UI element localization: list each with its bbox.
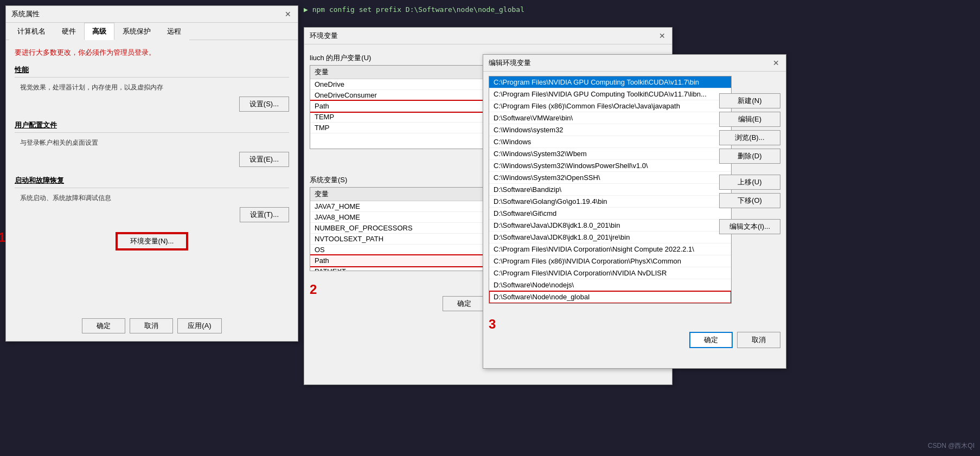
editenv-down-button[interactable]: 下移(O) xyxy=(719,193,780,208)
editenv-path-item[interactable]: C:\Program Files\NVIDIA Corporation\Nsig… xyxy=(489,243,731,255)
startup-desc: 系统启动、系统故障和调试信息 xyxy=(20,194,289,203)
editenv-path-item[interactable]: C:\Program Files\NVIDIA Corporation\NVID… xyxy=(489,267,731,279)
system-properties-window: 系统属性 ✕ 计算机名 硬件 高级 系统保护 远程 要进行大多数更改，你必须作为… xyxy=(5,5,298,342)
startup-section-label[interactable]: 启动和故障恢复 xyxy=(15,176,289,185)
tab-hardware[interactable]: 硬件 xyxy=(54,23,84,40)
editenv-path-item[interactable]: C:\Program Files\NVIDIA GPU Computing To… xyxy=(489,76,731,88)
editenv-path-item[interactable]: D:\Software\Git\cmd xyxy=(489,208,731,220)
editenv-edit-button[interactable]: 编辑(E) xyxy=(719,112,780,127)
editenv-path-item[interactable]: C:\Windows\System32\OpenSSH\ xyxy=(489,172,731,184)
env-vars-button[interactable]: 环境变量(N)... xyxy=(117,233,187,249)
editenv-path-item[interactable]: D:\Software\Java\JDK8\jdk1.8.0_201\jre\b… xyxy=(489,232,731,243)
sysprops-bottom-buttons: 确定 取消 应用(A) xyxy=(6,318,298,333)
user-var-name: OneDriveConsumer xyxy=(310,90,490,101)
editenv-title: 编辑环境变量 xyxy=(489,58,531,68)
editenv-path-item[interactable]: C:\Windows xyxy=(489,136,731,148)
editenv-browse-button[interactable]: 浏览(B)... xyxy=(719,130,780,145)
perf-section-label[interactable]: 性能 xyxy=(15,65,289,75)
user-var-name: Path xyxy=(310,101,490,112)
editenv-path-list[interactable]: C:\Program Files\NVIDIA GPU Computing To… xyxy=(489,76,732,304)
envvars-close-button[interactable]: ✕ xyxy=(658,32,667,40)
profile-settings-button[interactable]: 设置(E)... xyxy=(239,152,289,167)
sysprops-close-button[interactable]: ✕ xyxy=(284,10,292,18)
sysprops-tabs: 计算机名 硬件 高级 系统保护 远程 xyxy=(6,23,298,40)
sysprops-titlebar: 系统属性 ✕ xyxy=(6,6,298,23)
editenv-cancel-button[interactable]: 取消 xyxy=(737,332,780,348)
editenv-up-button[interactable]: 上移(U) xyxy=(719,175,780,190)
sysprops-cancel-button[interactable]: 取消 xyxy=(130,318,173,333)
label-1: 1 xyxy=(0,230,5,245)
user-col-name: 变量 xyxy=(310,66,490,79)
editenv-titlebar: 编辑环境变量 ✕ xyxy=(483,55,786,72)
editenv-new-button[interactable]: 新建(N) xyxy=(719,93,780,108)
envvars-titlebar: 环境变量 ✕ xyxy=(304,28,672,44)
user-var-name: TMP xyxy=(310,123,490,133)
user-var-name: OneDrive xyxy=(310,79,490,90)
editenv-body: C:\Program Files\NVIDIA GPU Computing To… xyxy=(483,72,786,354)
label-3: 3 xyxy=(489,317,496,332)
terminal-icon: ▶ xyxy=(304,5,308,14)
tab-remote[interactable]: 远程 xyxy=(159,23,189,40)
editenv-bottom-buttons: 确定 取消 xyxy=(483,332,786,348)
perf-desc: 视觉效果，处理器计划，内存使用，以及虚拟内存 xyxy=(20,83,289,92)
sysprops-title: 系统属性 xyxy=(11,9,40,19)
sysprops-apply-button[interactable]: 应用(A) xyxy=(177,318,221,333)
terminal-line1: ▶ npm config set prefix D:\Software\node… xyxy=(304,5,975,14)
sysprops-ok-button[interactable]: 确定 xyxy=(82,318,125,333)
envvars-ok-button[interactable]: 确定 xyxy=(443,296,486,311)
editenv-close-button[interactable]: ✕ xyxy=(772,59,780,67)
tab-sysprotect[interactable]: 系统保护 xyxy=(114,23,159,40)
edit-env-window: 编辑环境变量 ✕ C:\Program Files\NVIDIA GPU Com… xyxy=(483,54,786,369)
editenv-delete-button[interactable]: 删除(D) xyxy=(719,149,780,164)
editenv-path-item[interactable]: D:\Software\Node\node_global xyxy=(489,291,731,303)
editenv-path-item[interactable]: D:\Software\Java\JDK8\jdk1.8.0_201\bin xyxy=(489,220,731,232)
editenv-path-item[interactable]: C:\Program Files\NVIDIA GPU Computing To… xyxy=(489,88,731,100)
editenv-path-item[interactable]: C:\Program Files (x86)\Common Files\Orac… xyxy=(489,100,731,112)
label-2: 2 xyxy=(310,282,317,297)
editenv-path-item[interactable]: C:\Windows\system32 xyxy=(489,124,731,136)
watermark: CSDN @西木QI xyxy=(928,441,975,451)
profile-desc: 与登录帐户相关的桌面设置 xyxy=(20,138,289,147)
admin-notice: 要进行大多数更改，你必须作为管理员登录。 xyxy=(15,48,289,57)
editenv-path-item[interactable]: D:\Software\VMWare\bin\ xyxy=(489,112,731,124)
editenv-path-item[interactable]: D:\Software\Node\node_cache xyxy=(489,303,731,304)
editenv-path-item[interactable]: D:\Software\Bandizip\ xyxy=(489,184,731,196)
editenv-ok-button[interactable]: 确定 xyxy=(689,332,733,348)
editenv-path-item[interactable]: C:\Program Files (x86)\NVIDIA Corporatio… xyxy=(489,255,731,267)
editenv-path-item[interactable]: C:\Windows\System32\WindowsPowerShell\v1… xyxy=(489,160,731,172)
sysprops-content: 要进行大多数更改，你必须作为管理员登录。 性能 视觉效果，处理器计划，内存使用，… xyxy=(6,40,298,257)
tab-advanced[interactable]: 高级 xyxy=(84,23,114,40)
editenv-path-item[interactable]: C:\Windows\System32\Wbem xyxy=(489,148,731,160)
profile-section-label[interactable]: 用户配置文件 xyxy=(15,120,289,130)
startup-settings-button[interactable]: 设置(T)... xyxy=(240,207,289,222)
tab-computername[interactable]: 计算机名 xyxy=(9,23,54,40)
editenv-edittext-button[interactable]: 编辑文本(I)... xyxy=(719,219,780,234)
envvars-title: 环境变量 xyxy=(310,31,338,41)
editenv-action-buttons: 新建(N) 编辑(E) 浏览(B)... 删除(D) 上移(U) 下移(O) 编… xyxy=(719,93,780,234)
editenv-path-item[interactable]: D:\Software\Node\nodejs\ xyxy=(489,279,731,291)
user-var-name: TEMP xyxy=(310,112,490,123)
perf-settings-button[interactable]: 设置(S)... xyxy=(239,97,289,112)
editenv-path-item[interactable]: D:\Software\Golang\Go\go1.19.4\bin xyxy=(489,196,731,208)
